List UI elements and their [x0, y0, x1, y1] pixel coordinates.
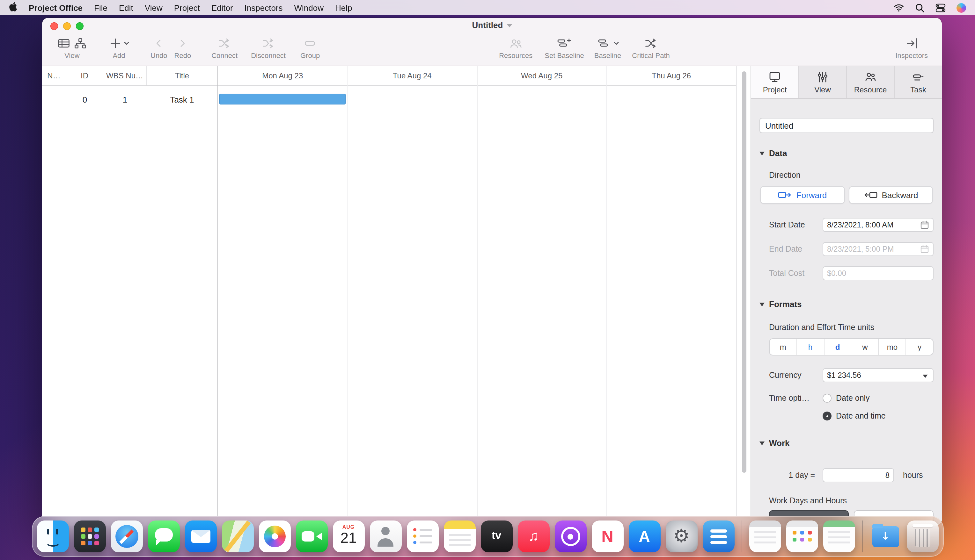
end-date-field[interactable]: 8/23/2021, 5:00 PM	[823, 242, 933, 256]
column-header-id[interactable]: ID	[66, 66, 103, 85]
dock-finder-icon[interactable]	[37, 520, 69, 552]
network-view-icon[interactable]	[73, 36, 88, 50]
dock-news-icon[interactable]	[592, 520, 623, 552]
menu-view[interactable]: View	[145, 3, 162, 12]
radio-on-icon[interactable]	[823, 412, 831, 420]
siri-icon[interactable]	[957, 3, 966, 12]
dock-safari-icon[interactable]	[110, 520, 142, 552]
column-header-title[interactable]: Title	[147, 66, 217, 85]
dock-reminders-icon[interactable]	[406, 520, 438, 552]
dock-messages-icon[interactable]	[148, 520, 179, 552]
dock-appstore-icon[interactable]	[629, 520, 660, 552]
date-only-radio[interactable]: Date only	[823, 394, 933, 403]
control-center-icon[interactable]	[935, 3, 946, 12]
disclosure-triangle-icon[interactable]	[759, 302, 764, 306]
dock-facetime-icon[interactable]	[296, 520, 328, 552]
menu-help[interactable]: Help	[335, 3, 352, 12]
column-header-number[interactable]: N…	[42, 66, 66, 85]
set-baseline-icon[interactable]	[556, 36, 573, 50]
dock-trash-icon[interactable]	[906, 520, 938, 552]
menu-file[interactable]: File	[94, 3, 107, 12]
unit-hours[interactable]: h	[797, 339, 824, 355]
dock-project-office-icon[interactable]	[702, 520, 734, 552]
dock-maps-icon[interactable]	[222, 520, 254, 552]
radio-off-icon[interactable]	[823, 394, 831, 403]
project-name-input[interactable]	[759, 118, 933, 133]
formats-section-header[interactable]: Formats	[759, 300, 933, 309]
toolbar-group-button[interactable]: Group	[300, 35, 320, 59]
toolbar-redo-button[interactable]: Redo	[174, 35, 191, 59]
baseline-chevron-down-icon[interactable]	[613, 40, 619, 45]
forward-button[interactable]: Forward	[760, 186, 845, 204]
redo-icon[interactable]	[176, 36, 189, 50]
dock-photos-icon[interactable]	[259, 520, 291, 552]
dock-calendar-icon[interactable]: AUG 21	[333, 520, 365, 552]
undo-icon[interactable]	[152, 36, 165, 50]
hours-per-day-input[interactable]: 8	[823, 468, 894, 482]
start-date-field[interactable]: 8/23/2021, 8:00 AM	[823, 218, 933, 232]
toolbar-resources-button[interactable]: Resources	[499, 35, 532, 59]
dock-launchpad-icon[interactable]	[74, 520, 105, 552]
tab-resource[interactable]: Resource	[847, 66, 895, 98]
disclosure-triangle-icon[interactable]	[759, 441, 764, 445]
group-icon[interactable]	[303, 36, 318, 50]
dock-music-icon[interactable]	[517, 520, 549, 552]
column-header-wbs[interactable]: WBS Nu…	[103, 66, 147, 85]
unit-years[interactable]: y	[906, 339, 933, 355]
gantt-view-icon[interactable]	[56, 36, 72, 50]
currency-dropdown[interactable]: $1 234.56	[823, 368, 933, 382]
menu-edit[interactable]: Edit	[119, 3, 133, 12]
dock-minimized-window-3[interactable]	[823, 520, 855, 552]
dock-minimized-window-2[interactable]	[786, 520, 818, 552]
toolbar-add-button[interactable]: Add	[109, 35, 129, 59]
toolbar-undo-button[interactable]: Undo	[151, 35, 167, 59]
disclosure-triangle-icon[interactable]	[759, 151, 764, 155]
dock-minimized-window-1[interactable]	[749, 520, 781, 552]
task-bar[interactable]	[219, 93, 346, 105]
title-chevron-down-icon[interactable]	[507, 24, 512, 27]
dock-system-preferences-icon[interactable]	[666, 520, 697, 552]
unit-minutes[interactable]: m	[770, 339, 797, 355]
search-icon[interactable]	[915, 3, 925, 12]
menu-project[interactable]: Project	[174, 3, 200, 12]
plus-icon[interactable]	[109, 36, 122, 50]
backward-button[interactable]: Backward	[848, 186, 933, 204]
dock-podcasts-icon[interactable]	[554, 520, 586, 552]
disconnect-icon[interactable]	[261, 36, 276, 50]
menu-app-name[interactable]: Project Office	[29, 3, 83, 12]
toolbar-set-baseline-button[interactable]: Set Baseline	[545, 35, 584, 59]
connect-icon[interactable]	[217, 36, 232, 50]
dock-notes-icon[interactable]	[443, 520, 475, 552]
work-section-header[interactable]: Work	[759, 438, 933, 448]
unit-weeks[interactable]: w	[851, 339, 879, 355]
toolbar-view-button[interactable]: View	[56, 35, 88, 59]
tab-project[interactable]: Project	[751, 66, 799, 98]
vertical-scrollbar[interactable]	[742, 72, 746, 473]
menu-inspectors[interactable]: Inspectors	[244, 3, 283, 12]
dock-mail-icon[interactable]	[185, 520, 216, 552]
unit-days[interactable]: d	[824, 339, 851, 355]
date-and-time-radio[interactable]: Date and time	[823, 412, 933, 420]
people-icon[interactable]	[508, 36, 523, 50]
dock-tv-icon[interactable]	[480, 520, 512, 552]
wifi-icon[interactable]	[893, 3, 904, 12]
data-section-header[interactable]: Data	[759, 148, 933, 158]
tab-view[interactable]: View	[799, 66, 847, 98]
menu-editor[interactable]: Editor	[211, 3, 233, 12]
table-row[interactable]: 0 1 Task 1	[42, 86, 217, 113]
toolbar-baseline-button[interactable]: Baseline	[594, 35, 621, 59]
toolbar-connect-button[interactable]: Connect	[211, 35, 237, 59]
calendar-icon[interactable]	[920, 220, 929, 229]
critical-path-icon[interactable]	[644, 36, 659, 50]
total-cost-field[interactable]: $0.00	[823, 266, 933, 280]
menu-window[interactable]: Window	[294, 3, 324, 12]
dock-downloads-icon[interactable]: ↓	[870, 520, 901, 552]
toolbar-disconnect-button[interactable]: Disconnect	[251, 35, 286, 59]
baseline-icon[interactable]	[597, 36, 612, 50]
add-chevron-down-icon[interactable]	[124, 40, 129, 45]
dock-contacts-icon[interactable]	[370, 520, 401, 552]
apple-menu-icon[interactable]	[9, 2, 17, 13]
unit-months[interactable]: mo	[879, 339, 906, 355]
toolbar-inspectors-button[interactable]: Inspectors	[896, 35, 928, 59]
tab-task[interactable]: Task	[895, 66, 942, 98]
